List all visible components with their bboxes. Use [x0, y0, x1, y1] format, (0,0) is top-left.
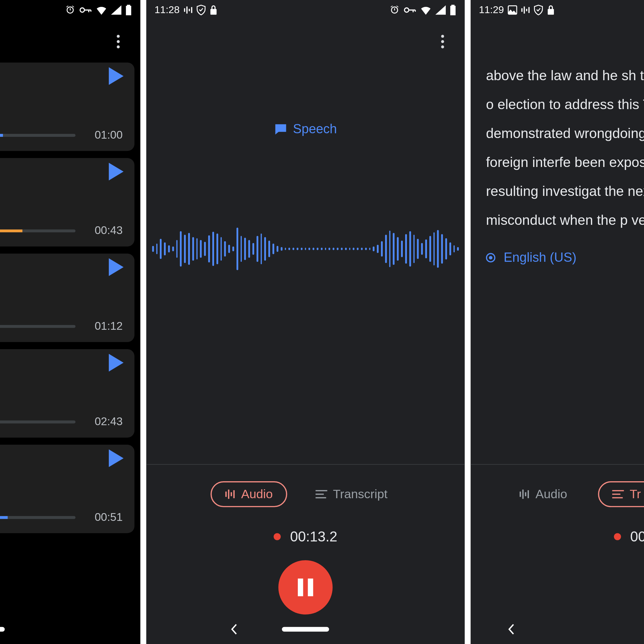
more-options-button[interactable] [431, 30, 454, 53]
svg-rect-7 [228, 490, 229, 499]
recording-timer: 00 [470, 528, 644, 545]
recording-duration: 01:12 [95, 320, 123, 333]
home-pill[interactable] [0, 627, 5, 632]
tab-audio[interactable]: Audio [506, 482, 580, 506]
tab-audio[interactable]: Audio [210, 481, 287, 507]
back-button[interactable] [229, 624, 239, 635]
recording-date: ec 5 [0, 470, 123, 483]
recording-card[interactable]: ec 17 02:43 [0, 349, 134, 438]
progress-track [0, 516, 75, 519]
svg-rect-24 [612, 497, 623, 498]
recording-title: 019 [0, 262, 123, 277]
svg-rect-8 [230, 492, 232, 496]
tab-transcript-label: Transcript [333, 487, 388, 501]
mode-tabs: Audio Transcript [146, 481, 465, 507]
recording-timer: 00:13.2 [146, 528, 465, 545]
svg-rect-4 [191, 7, 192, 13]
recording-card[interactable]: 019 ec 18 01:12 [0, 254, 134, 342]
speech-label-text: Speech [293, 121, 337, 137]
svg-point-5 [405, 8, 409, 12]
tab-transcript[interactable]: Tr [598, 481, 644, 507]
app-bar: dings [0, 20, 140, 62]
pause-icon [298, 578, 313, 596]
svg-rect-9 [233, 490, 234, 498]
svg-rect-2 [186, 7, 187, 14]
nav-bar [0, 614, 140, 644]
recording-audio-screen: 11:28 [146, 0, 465, 644]
radio-selected-icon [486, 253, 496, 263]
home-pill[interactable] [282, 627, 329, 632]
more-vert-icon [117, 35, 120, 48]
key-icon [79, 6, 92, 14]
svg-rect-6 [225, 492, 227, 497]
svg-rect-14 [521, 8, 522, 12]
play-icon[interactable] [109, 258, 124, 276]
play-icon[interactable] [109, 163, 124, 180]
tab-transcript-label: Tr [630, 487, 641, 501]
alarm-icon [65, 5, 76, 16]
wifi-icon [420, 5, 432, 15]
waveform [146, 208, 465, 290]
status-bar: 11:29 [470, 0, 644, 20]
battery-icon [449, 5, 456, 16]
notes-icon [612, 490, 624, 499]
recording-duration: 02:43 [95, 415, 123, 428]
equalizer-icon [519, 489, 530, 500]
status-icons [65, 5, 132, 16]
tab-transcript[interactable]: Transcript [302, 482, 400, 506]
recording-transcript-screen: 11:29 above the law and he sh this as we… [470, 0, 644, 644]
recording-date: ec 17 [0, 374, 123, 387]
key-icon [403, 6, 417, 14]
recording-card[interactable]: ec 5 00:51 [0, 445, 134, 533]
play-icon[interactable] [109, 449, 124, 467]
svg-point-0 [80, 8, 85, 12]
svg-rect-3 [188, 9, 190, 11]
svg-rect-15 [524, 7, 525, 14]
progress-track [0, 420, 75, 423]
svg-rect-1 [184, 8, 185, 12]
recording-date: ec 18 [0, 278, 123, 292]
recording-date: ec 18 [0, 87, 123, 100]
recording-card[interactable]: ec 18 01:00 [0, 63, 134, 151]
signal-icon [111, 5, 122, 15]
language-selector[interactable]: English (US) [486, 250, 644, 265]
bottom-panel: Audio Tr 00 [470, 464, 644, 614]
transcript-text: above the law and he sh this as well. Co… [486, 61, 644, 235]
sound-class-label: Speech [146, 121, 465, 137]
svg-rect-11 [315, 494, 323, 495]
recording-card[interactable]: ec 18 00:43 [0, 158, 134, 247]
image-icon [507, 5, 517, 15]
svg-rect-18 [520, 492, 521, 497]
wifi-icon [95, 5, 107, 15]
svg-rect-21 [528, 490, 529, 498]
svg-rect-17 [528, 7, 529, 13]
progress-track [0, 229, 75, 232]
app-bar [146, 20, 465, 62]
progress-track [0, 134, 75, 137]
mode-tabs: Audio Tr [470, 481, 644, 507]
lock-icon [209, 5, 217, 16]
alarm-icon [389, 5, 400, 16]
clock: 11:29 [479, 4, 504, 16]
recording-duration: 00:43 [95, 224, 123, 237]
play-icon[interactable] [109, 354, 124, 371]
svg-rect-20 [525, 492, 526, 496]
transcript-panel: above the law and he sh this as well. Co… [470, 55, 644, 265]
recordings-list-screen: dings ec 18 01:00 ec 18 00:43 019 ec 18 … [0, 0, 140, 644]
signal-icon [435, 5, 446, 15]
tab-audio-label: Audio [535, 487, 567, 501]
lock-icon [547, 5, 555, 16]
back-button[interactable] [506, 624, 517, 635]
status-bar: 11:28 [146, 0, 465, 20]
svg-rect-16 [526, 9, 527, 11]
equalizer-icon [183, 5, 193, 15]
status-bar [0, 0, 140, 20]
more-options-button[interactable] [106, 30, 130, 53]
speech-bubble-icon [274, 123, 287, 136]
recording-indicator-icon [614, 533, 621, 540]
recordings-list: ec 18 01:00 ec 18 00:43 019 ec 18 01:12 … [0, 63, 140, 533]
recording-date: ec 18 [0, 183, 123, 196]
play-icon[interactable] [109, 67, 124, 85]
notes-icon [315, 490, 327, 499]
pause-button[interactable] [278, 560, 333, 614]
